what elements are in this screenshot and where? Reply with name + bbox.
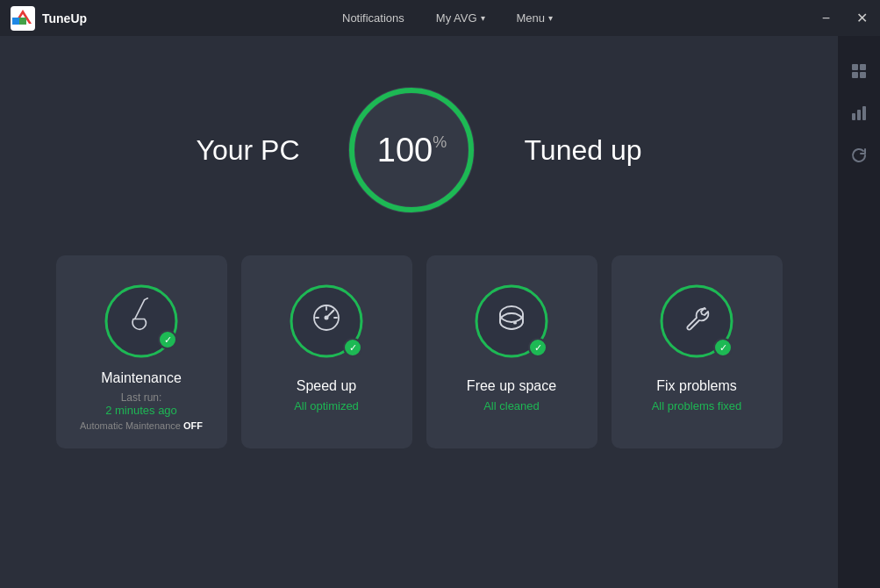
speed-up-icon: [311, 302, 342, 341]
svg-line-26: [332, 311, 333, 312]
free-up-space-check-icon: ✓: [528, 338, 547, 357]
percent-value: 100: [377, 133, 433, 167]
logo-area: TuneUp: [11, 6, 87, 31]
grid-icon[interactable]: [841, 54, 876, 89]
chart-icon[interactable]: [841, 96, 876, 131]
fix-problems-title: Fix problems: [656, 378, 737, 394]
maintenance-card[interactable]: ✓ Maintenance Last run: 2 minutes ago Au…: [56, 255, 227, 448]
maintenance-info: Last run: 2 minutes ago Automatic Mainte…: [80, 391, 203, 431]
free-up-space-icon-wrap: ✓: [472, 282, 551, 361]
svg-point-34: [513, 322, 517, 325]
fix-problems-icon: [681, 302, 712, 341]
progress-circle: 100%: [341, 80, 482, 220]
free-up-space-title: Free up space: [467, 378, 556, 394]
maintenance-check-icon: ✓: [158, 330, 177, 349]
notifications-button[interactable]: Notifications: [328, 0, 419, 36]
svg-rect-7: [852, 72, 858, 78]
fix-problems-check-icon: ✓: [713, 338, 733, 357]
speed-up-check-icon: ✓: [343, 338, 362, 357]
svg-rect-11: [862, 106, 866, 120]
svg-rect-5: [852, 64, 858, 70]
svg-line-16: [135, 299, 145, 319]
free-up-space-icon: [496, 302, 527, 341]
maintenance-icon-wrap: ✓: [102, 282, 181, 353]
app-title: TuneUp: [42, 11, 87, 25]
close-button[interactable]: ✕: [844, 0, 880, 36]
svg-rect-6: [860, 64, 866, 70]
circle-inner: 100%: [377, 133, 447, 167]
maintenance-icon: [125, 297, 157, 339]
window-controls: − ✕: [808, 0, 880, 36]
free-up-space-status: All cleaned: [483, 399, 540, 412]
svg-point-22: [325, 316, 329, 320]
hero-section: Your PC 100% Tuned up: [196, 80, 641, 220]
menu-button[interactable]: Menu ▾: [503, 0, 568, 36]
speed-up-status: All optimized: [294, 399, 359, 412]
main-content: Your PC 100% Tuned up: [0, 36, 838, 588]
svg-rect-4: [12, 18, 19, 25]
percent-sign: %: [433, 133, 447, 152]
sidebar: [838, 36, 880, 588]
last-run-time: 2 minutes ago: [105, 404, 177, 417]
last-run-label: Last run:: [121, 391, 162, 404]
fix-problems-icon-wrap: ✓: [657, 282, 736, 361]
my-avg-chevron-icon: ▾: [481, 13, 485, 23]
svg-line-17: [145, 298, 148, 299]
minimize-button[interactable]: −: [808, 0, 844, 36]
fix-problems-status: All problems fixed: [652, 399, 742, 412]
maintenance-title: Maintenance: [101, 370, 182, 386]
titlebar: TuneUp Notifications My AVG ▾ Menu ▾ − ✕: [0, 0, 880, 36]
hero-left-text: Your PC: [196, 134, 299, 167]
svg-rect-10: [857, 110, 861, 120]
hero-right-text: Tuned up: [524, 134, 641, 167]
speed-up-icon-wrap: ✓: [287, 282, 366, 361]
nav-area: Notifications My AVG ▾ Menu ▾: [328, 0, 567, 36]
free-up-space-card[interactable]: ✓ Free up space All cleaned: [426, 255, 597, 448]
refresh-icon[interactable]: [841, 138, 876, 173]
avg-logo-icon: [11, 6, 35, 31]
menu-chevron-icon: ▾: [548, 13, 553, 23]
svg-rect-9: [852, 113, 855, 120]
speed-up-title: Speed up: [297, 378, 357, 394]
speed-up-card[interactable]: ✓ Speed up All optimized: [241, 255, 412, 448]
svg-point-30: [500, 313, 523, 329]
cards-section: ✓ Maintenance Last run: 2 minutes ago Au…: [30, 255, 809, 448]
svg-rect-8: [860, 72, 866, 78]
my-avg-button[interactable]: My AVG ▾: [422, 0, 499, 36]
svg-rect-3: [19, 18, 26, 25]
auto-maintenance-label: Automatic Maintenance OFF: [80, 420, 203, 431]
fix-problems-card[interactable]: ✓ Fix problems All problems fixed: [612, 255, 783, 448]
